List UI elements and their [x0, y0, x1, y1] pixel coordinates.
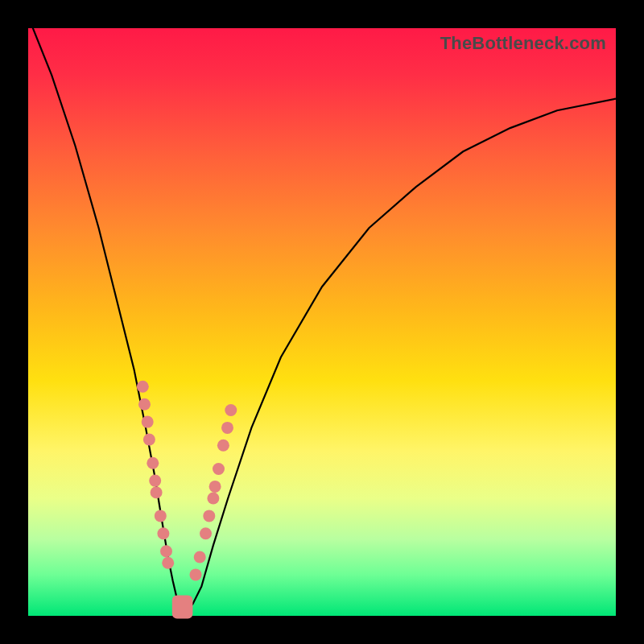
data-point — [190, 568, 202, 580]
data-point — [217, 440, 229, 452]
chart-frame: TheBottleneck.com — [0, 0, 644, 644]
data-point — [137, 381, 149, 393]
bottleneck-curve — [28, 16, 616, 609]
data-point — [213, 463, 225, 475]
data-point — [209, 481, 221, 493]
data-point — [155, 510, 167, 522]
plot-area: TheBottleneck.com — [28, 28, 616, 616]
data-point — [207, 493, 219, 505]
data-point — [221, 422, 233, 434]
bottom-capsule — [172, 595, 193, 618]
data-point — [143, 434, 155, 446]
data-point — [157, 527, 169, 539]
data-point — [142, 416, 154, 428]
data-point — [194, 551, 206, 564]
points-left-branch — [137, 381, 174, 569]
data-point — [138, 398, 151, 411]
data-point — [200, 527, 212, 539]
data-point — [149, 475, 161, 487]
data-point — [203, 510, 215, 522]
data-point — [160, 545, 172, 557]
data-point — [225, 404, 237, 416]
data-point — [151, 486, 163, 498]
curve-svg — [28, 28, 616, 616]
data-point — [162, 557, 174, 569]
data-point — [147, 457, 159, 469]
